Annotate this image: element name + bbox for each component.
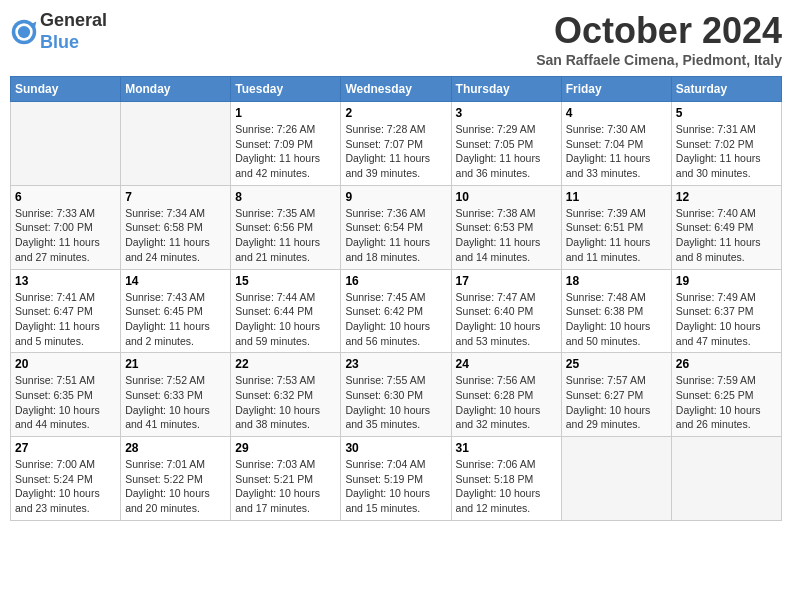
day-detail: Sunrise: 7:29 AMSunset: 7:05 PMDaylight:… [456,122,557,181]
calendar-cell: 12Sunrise: 7:40 AMSunset: 6:49 PMDayligh… [671,185,781,269]
logo-text: General Blue [40,10,107,53]
day-detail: Sunrise: 7:47 AMSunset: 6:40 PMDaylight:… [456,290,557,349]
day-detail: Sunrise: 7:04 AMSunset: 5:19 PMDaylight:… [345,457,446,516]
day-detail: Sunrise: 7:48 AMSunset: 6:38 PMDaylight:… [566,290,667,349]
calendar-cell: 23Sunrise: 7:55 AMSunset: 6:30 PMDayligh… [341,353,451,437]
calendar-cell: 14Sunrise: 7:43 AMSunset: 6:45 PMDayligh… [121,269,231,353]
weekday-header-tuesday: Tuesday [231,77,341,102]
day-detail: Sunrise: 7:03 AMSunset: 5:21 PMDaylight:… [235,457,336,516]
day-number: 14 [125,274,226,288]
day-detail: Sunrise: 7:55 AMSunset: 6:30 PMDaylight:… [345,373,446,432]
day-detail: Sunrise: 7:43 AMSunset: 6:45 PMDaylight:… [125,290,226,349]
day-number: 9 [345,190,446,204]
day-detail: Sunrise: 7:01 AMSunset: 5:22 PMDaylight:… [125,457,226,516]
day-number: 22 [235,357,336,371]
day-number: 5 [676,106,777,120]
day-detail: Sunrise: 7:34 AMSunset: 6:58 PMDaylight:… [125,206,226,265]
logo-blue: Blue [40,32,79,52]
day-number: 28 [125,441,226,455]
calendar-cell: 25Sunrise: 7:57 AMSunset: 6:27 PMDayligh… [561,353,671,437]
day-detail: Sunrise: 7:52 AMSunset: 6:33 PMDaylight:… [125,373,226,432]
calendar-header-row: SundayMondayTuesdayWednesdayThursdayFrid… [11,77,782,102]
calendar-week-row: 6Sunrise: 7:33 AMSunset: 7:00 PMDaylight… [11,185,782,269]
day-number: 6 [15,190,116,204]
weekday-header-saturday: Saturday [671,77,781,102]
calendar-cell: 4Sunrise: 7:30 AMSunset: 7:04 PMDaylight… [561,102,671,186]
day-detail: Sunrise: 7:57 AMSunset: 6:27 PMDaylight:… [566,373,667,432]
day-number: 18 [566,274,667,288]
calendar-cell: 28Sunrise: 7:01 AMSunset: 5:22 PMDayligh… [121,437,231,521]
calendar-cell: 13Sunrise: 7:41 AMSunset: 6:47 PMDayligh… [11,269,121,353]
day-detail: Sunrise: 7:51 AMSunset: 6:35 PMDaylight:… [15,373,116,432]
day-detail: Sunrise: 7:28 AMSunset: 7:07 PMDaylight:… [345,122,446,181]
day-detail: Sunrise: 7:41 AMSunset: 6:47 PMDaylight:… [15,290,116,349]
weekday-header-friday: Friday [561,77,671,102]
weekday-header-monday: Monday [121,77,231,102]
calendar-cell: 11Sunrise: 7:39 AMSunset: 6:51 PMDayligh… [561,185,671,269]
calendar-week-row: 1Sunrise: 7:26 AMSunset: 7:09 PMDaylight… [11,102,782,186]
calendar-cell: 29Sunrise: 7:03 AMSunset: 5:21 PMDayligh… [231,437,341,521]
day-number: 27 [15,441,116,455]
calendar-cell: 17Sunrise: 7:47 AMSunset: 6:40 PMDayligh… [451,269,561,353]
calendar-week-row: 27Sunrise: 7:00 AMSunset: 5:24 PMDayligh… [11,437,782,521]
weekday-header-thursday: Thursday [451,77,561,102]
day-detail: Sunrise: 7:40 AMSunset: 6:49 PMDaylight:… [676,206,777,265]
svg-point-2 [18,25,30,37]
day-number: 11 [566,190,667,204]
day-number: 21 [125,357,226,371]
day-number: 16 [345,274,446,288]
calendar-cell [11,102,121,186]
calendar-cell: 24Sunrise: 7:56 AMSunset: 6:28 PMDayligh… [451,353,561,437]
calendar-cell: 16Sunrise: 7:45 AMSunset: 6:42 PMDayligh… [341,269,451,353]
calendar-cell: 15Sunrise: 7:44 AMSunset: 6:44 PMDayligh… [231,269,341,353]
day-detail: Sunrise: 7:31 AMSunset: 7:02 PMDaylight:… [676,122,777,181]
calendar-table: SundayMondayTuesdayWednesdayThursdayFrid… [10,76,782,521]
calendar-week-row: 13Sunrise: 7:41 AMSunset: 6:47 PMDayligh… [11,269,782,353]
day-number: 8 [235,190,336,204]
page-header: General Blue October 2024 San Raffaele C… [10,10,782,68]
day-number: 20 [15,357,116,371]
calendar-cell: 18Sunrise: 7:48 AMSunset: 6:38 PMDayligh… [561,269,671,353]
logo: General Blue [10,10,107,53]
calendar-cell: 7Sunrise: 7:34 AMSunset: 6:58 PMDaylight… [121,185,231,269]
day-detail: Sunrise: 7:53 AMSunset: 6:32 PMDaylight:… [235,373,336,432]
calendar-cell: 8Sunrise: 7:35 AMSunset: 6:56 PMDaylight… [231,185,341,269]
day-number: 29 [235,441,336,455]
logo-icon [10,18,38,46]
day-number: 24 [456,357,557,371]
calendar-cell: 10Sunrise: 7:38 AMSunset: 6:53 PMDayligh… [451,185,561,269]
logo-general: General [40,10,107,30]
day-number: 23 [345,357,446,371]
day-detail: Sunrise: 7:38 AMSunset: 6:53 PMDaylight:… [456,206,557,265]
day-detail: Sunrise: 7:35 AMSunset: 6:56 PMDaylight:… [235,206,336,265]
location-title: San Raffaele Cimena, Piedmont, Italy [536,52,782,68]
day-number: 17 [456,274,557,288]
weekday-header-wednesday: Wednesday [341,77,451,102]
day-number: 4 [566,106,667,120]
weekday-header-sunday: Sunday [11,77,121,102]
day-detail: Sunrise: 7:49 AMSunset: 6:37 PMDaylight:… [676,290,777,349]
calendar-week-row: 20Sunrise: 7:51 AMSunset: 6:35 PMDayligh… [11,353,782,437]
day-number: 30 [345,441,446,455]
calendar-cell [671,437,781,521]
day-number: 13 [15,274,116,288]
calendar-cell: 1Sunrise: 7:26 AMSunset: 7:09 PMDaylight… [231,102,341,186]
calendar-cell: 3Sunrise: 7:29 AMSunset: 7:05 PMDaylight… [451,102,561,186]
calendar-cell: 2Sunrise: 7:28 AMSunset: 7:07 PMDaylight… [341,102,451,186]
day-detail: Sunrise: 7:26 AMSunset: 7:09 PMDaylight:… [235,122,336,181]
day-detail: Sunrise: 7:44 AMSunset: 6:44 PMDaylight:… [235,290,336,349]
day-number: 7 [125,190,226,204]
calendar-cell: 6Sunrise: 7:33 AMSunset: 7:00 PMDaylight… [11,185,121,269]
calendar-cell: 30Sunrise: 7:04 AMSunset: 5:19 PMDayligh… [341,437,451,521]
calendar-cell [561,437,671,521]
calendar-cell: 20Sunrise: 7:51 AMSunset: 6:35 PMDayligh… [11,353,121,437]
day-number: 19 [676,274,777,288]
day-number: 10 [456,190,557,204]
day-number: 25 [566,357,667,371]
day-detail: Sunrise: 7:56 AMSunset: 6:28 PMDaylight:… [456,373,557,432]
calendar-cell: 27Sunrise: 7:00 AMSunset: 5:24 PMDayligh… [11,437,121,521]
day-number: 12 [676,190,777,204]
calendar-cell: 5Sunrise: 7:31 AMSunset: 7:02 PMDaylight… [671,102,781,186]
day-detail: Sunrise: 7:33 AMSunset: 7:00 PMDaylight:… [15,206,116,265]
day-detail: Sunrise: 7:06 AMSunset: 5:18 PMDaylight:… [456,457,557,516]
